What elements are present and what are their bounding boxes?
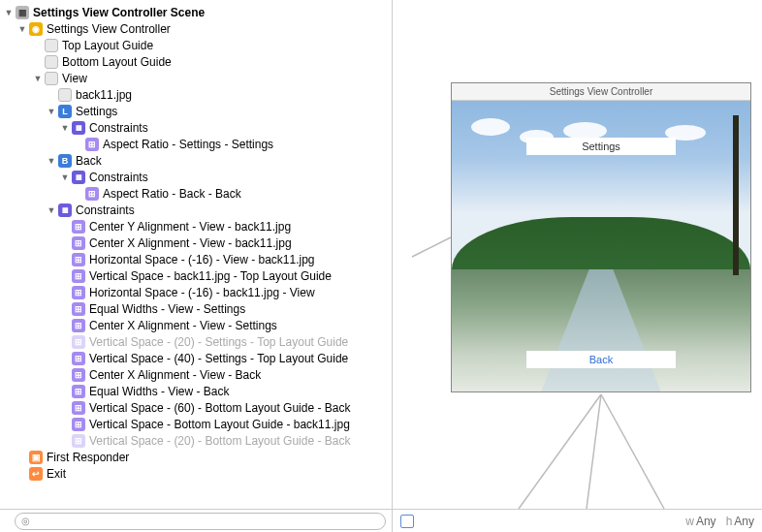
- top-layout-guide-row[interactable]: Top Layout Guide: [0, 37, 392, 53]
- scene-icon: ▦: [16, 6, 29, 19]
- constraint-icon: ⊞: [85, 138, 99, 151]
- constraint-row[interactable]: ⊞Center X Alignment - View - Settings: [0, 317, 392, 333]
- constraint-row-disabled[interactable]: ⊞Vertical Space - (20) - Bottom Layout G…: [0, 432, 392, 449]
- label-settings-row[interactable]: L Settings: [0, 103, 392, 119]
- constraint-icon: ⊞: [72, 418, 85, 431]
- exit-row[interactable]: ↩ Exit: [0, 465, 392, 482]
- first-responder-icon: ▣: [29, 451, 43, 464]
- constraints-group-row[interactable]: ▦ Constraints: [0, 202, 392, 218]
- disclosure-icon[interactable]: [60, 123, 70, 133]
- constraint-label: Vertical Space - (40) - Settings - Top L…: [89, 352, 348, 365]
- constraint-label: Vertical Space - (20) - Settings - Top L…: [89, 335, 348, 349]
- settings-label-preview[interactable]: Settings: [526, 138, 676, 155]
- disclosure-icon[interactable]: [47, 107, 56, 116]
- size-class-h-prefix: h: [726, 515, 733, 528]
- back-button-preview[interactable]: Back: [526, 351, 676, 368]
- view-row[interactable]: View: [0, 70, 392, 86]
- constraint-row[interactable]: ⊞ Aspect Ratio - Back - Back: [0, 185, 392, 202]
- outline-filter-bar: ◎: [0, 509, 392, 532]
- constraint-row[interactable]: ⊞Vertical Space - (60) - Bottom Layout G…: [0, 399, 392, 416]
- constraints-group-icon: ▦: [72, 121, 85, 135]
- constraint-icon: ⊞: [72, 434, 85, 448]
- disclosure-icon[interactable]: [47, 205, 56, 215]
- constraint-icon: ⊞: [72, 253, 85, 266]
- constraint-label: Aspect Ratio - Back - Back: [103, 187, 241, 201]
- layout-guide-icon: [45, 39, 58, 52]
- constraint-icon: ⊞: [72, 368, 85, 382]
- back-button-label: Back: [76, 154, 102, 168]
- disclosure-icon[interactable]: [60, 172, 70, 182]
- image-icon: [58, 88, 72, 102]
- constraints-group-row[interactable]: ▦ Constraints: [0, 119, 392, 136]
- constraint-row[interactable]: ⊞Center X Alignment - View - Back: [0, 366, 392, 383]
- disclosure-icon[interactable]: [4, 8, 14, 17]
- constraint-row[interactable]: ⊞Center Y Alignment - View - back11.jpg: [0, 218, 392, 235]
- constraint-icon: ⊞: [72, 352, 85, 365]
- outline-tree[interactable]: ▦ Settings View Controller Scene ◉ Setti…: [0, 0, 392, 509]
- document-outline: ▦ Settings View Controller Scene ◉ Setti…: [0, 0, 393, 532]
- imageview-row[interactable]: back11.jpg: [0, 86, 392, 103]
- constraint-label: Equal Widths - View - Settings: [89, 302, 245, 316]
- disclosure-icon[interactable]: [17, 24, 27, 34]
- constraint-icon: ⊞: [72, 385, 85, 398]
- constraint-label: Center X Alignment - View - Back: [89, 368, 261, 382]
- constraint-row[interactable]: ⊞Equal Widths - View - Settings: [0, 300, 392, 317]
- first-responder-label: First Responder: [47, 451, 129, 464]
- scene-label: Settings View Controller Scene: [33, 6, 205, 19]
- constraint-row[interactable]: ⊞ Aspect Ratio - Settings - Settings: [0, 136, 392, 152]
- button-back-row[interactable]: B Back: [0, 152, 392, 169]
- scene-preview[interactable]: Settings View Controller Settings Back: [451, 82, 751, 392]
- constraint-icon: ⊞: [72, 401, 85, 415]
- exit-icon: ↩: [29, 467, 43, 481]
- constraints-group-row[interactable]: ▦ Constraints: [0, 169, 392, 185]
- constraint-row[interactable]: ⊞Vertical Space - (40) - Settings - Top …: [0, 350, 392, 366]
- canvas-toolbar: wAny hAny: [393, 509, 762, 532]
- filter-icon: ◎: [21, 516, 30, 526]
- storyboard-canvas[interactable]: Settings View Controller Settings Back w: [393, 0, 762, 532]
- constraint-label: Equal Widths - View - Back: [89, 385, 230, 398]
- constraint-label: Vertical Space - (60) - Bottom Layout Gu…: [89, 401, 350, 415]
- constraints-group-icon: ▦: [58, 203, 72, 217]
- view-icon: [45, 72, 58, 85]
- disclosure-icon[interactable]: [33, 74, 43, 83]
- label-icon: L: [58, 105, 72, 118]
- constraint-icon: ⊞: [72, 319, 85, 332]
- constraint-row[interactable]: ⊞Equal Widths - View - Back: [0, 383, 392, 399]
- bottom-layout-guide-label: Bottom Layout Guide: [62, 55, 172, 69]
- exit-label: Exit: [47, 467, 66, 481]
- constraint-label: Center X Alignment - View - Settings: [89, 319, 277, 332]
- imageview-label: back11.jpg: [76, 88, 132, 102]
- constraint-row[interactable]: ⊞Vertical Space - Bottom Layout Guide - …: [0, 416, 392, 432]
- outline-filter-input[interactable]: [15, 513, 386, 530]
- constraint-row-disabled[interactable]: ⊞Vertical Space - (20) - Settings - Top …: [0, 333, 392, 350]
- constraint-icon: ⊞: [72, 286, 85, 299]
- size-class-control[interactable]: wAny hAny: [685, 515, 754, 528]
- scene-preview-title: Settings View Controller: [452, 83, 750, 101]
- constraint-icon: ⊞: [85, 187, 99, 201]
- settings-label: Settings: [76, 105, 117, 118]
- constraint-row[interactable]: ⊞Horizontal Space - (-16) - View - back1…: [0, 251, 392, 267]
- first-responder-row[interactable]: ▣ First Responder: [0, 449, 392, 465]
- constraint-label: Aspect Ratio - Settings - Settings: [103, 138, 273, 151]
- size-class-w-value: Any: [696, 515, 716, 528]
- constraint-row[interactable]: ⊞Horizontal Space - (-16) - back11.jpg -…: [0, 284, 392, 300]
- viewcontroller-row[interactable]: ◉ Settings View Controller: [0, 20, 392, 37]
- viewcontroller-label: Settings View Controller: [47, 22, 171, 36]
- constraint-icon: ⊞: [72, 335, 85, 349]
- view-label: View: [62, 72, 87, 85]
- constraint-icon: ⊞: [72, 302, 85, 316]
- bottom-layout-guide-row[interactable]: Bottom Layout Guide: [0, 53, 392, 70]
- top-layout-guide-label: Top Layout Guide: [62, 39, 153, 52]
- constraint-label: Horizontal Space - (-16) - View - back11…: [89, 253, 315, 266]
- constraint-label: Horizontal Space - (-16) - back11.jpg - …: [89, 286, 315, 299]
- toggle-outline-icon[interactable]: [400, 515, 414, 528]
- constraint-label: Vertical Space - back11.jpg - Top Layout…: [89, 269, 332, 283]
- disclosure-icon[interactable]: [47, 156, 56, 166]
- button-icon: B: [58, 154, 72, 168]
- constraints-label: Constraints: [89, 121, 148, 135]
- scene-row[interactable]: ▦ Settings View Controller Scene: [0, 4, 392, 20]
- scene-preview-body: Settings Back: [452, 101, 750, 391]
- constraint-row[interactable]: ⊞Center X Alignment - View - back11.jpg: [0, 235, 392, 251]
- constraint-row[interactable]: ⊞Vertical Space - back11.jpg - Top Layou…: [0, 267, 392, 284]
- constraint-label: Center X Alignment - View - back11.jpg: [89, 236, 292, 250]
